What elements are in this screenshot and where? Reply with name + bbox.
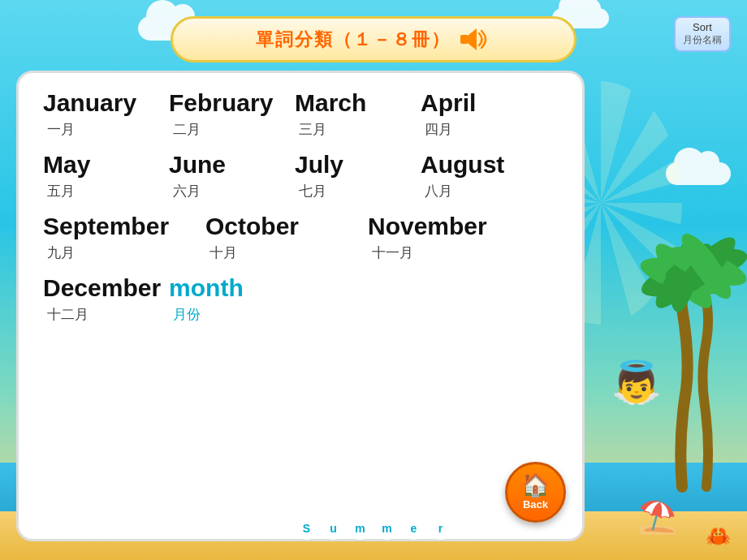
speaker-icon[interactable]: [459, 25, 491, 54]
months-row-1-cn: 一月 二月 三月 四月: [43, 120, 558, 139]
months-row-2-cn: 五月 六月 七月 八月: [43, 182, 558, 200]
month-cn-april: 四月: [425, 120, 551, 139]
months-row-4-en: December month: [43, 274, 558, 302]
title-text: 單詞分類（１－８冊）: [256, 28, 451, 52]
month-en-november[interactable]: November: [368, 213, 530, 240]
month-en-august[interactable]: August: [421, 151, 546, 179]
letter-s: S: [296, 517, 318, 540]
letter-r: r: [430, 517, 452, 540]
months-row-4-cn: 十二月 月份: [43, 305, 558, 324]
letter-e: e: [403, 517, 425, 540]
month-cn-may: 五月: [47, 182, 173, 200]
months-row-3-en: September October November: [43, 213, 558, 240]
month-cn-october: 十月: [209, 243, 372, 262]
month-cn-august: 八月: [425, 182, 551, 200]
month-cn-july: 七月: [299, 182, 425, 200]
back-house-icon: 🏠: [521, 474, 550, 497]
letter-m2: m: [376, 517, 399, 540]
sort-label: Sort: [682, 21, 723, 33]
sort-sub-label: 月份名稱: [682, 33, 723, 47]
letter-u: u: [322, 517, 345, 540]
sort-panel[interactable]: Sort 月份名稱: [674, 16, 731, 52]
svg-rect-9: [460, 35, 468, 44]
month-cn-june: 六月: [173, 182, 299, 200]
month-cn-december: 十二月: [47, 305, 173, 324]
month-cn-january: 一月: [47, 120, 173, 139]
back-button[interactable]: 🏠 Back: [505, 462, 566, 523]
back-label: Back: [523, 498, 548, 510]
month-en-october[interactable]: October: [205, 213, 368, 240]
bottom-letters: S u m m e r: [296, 517, 452, 540]
month-cn-month: 月份: [173, 305, 299, 324]
title-bar: 單詞分類（１－８冊）: [171, 16, 576, 62]
month-cn-september: 九月: [47, 243, 209, 262]
month-en-month[interactable]: month: [169, 274, 295, 302]
month-en-july[interactable]: July: [295, 151, 421, 179]
month-en-january[interactable]: January: [43, 89, 169, 117]
months-row-3-cn: 九月 十月 十一月: [43, 243, 558, 262]
months-row-1-en: January February March April: [43, 89, 558, 117]
month-en-june[interactable]: June: [169, 151, 295, 179]
month-en-february[interactable]: February: [169, 89, 295, 117]
content-card: January February March April 一月 二月 三月 四月…: [16, 71, 585, 541]
month-en-december[interactable]: December: [43, 274, 169, 302]
month-en-april[interactable]: April: [421, 89, 546, 117]
month-cn-february: 二月: [173, 120, 299, 139]
main-container: Sort 月份名稱 單詞分類（１－８冊） January February Ma…: [16, 16, 731, 544]
month-en-may[interactable]: May: [43, 151, 169, 179]
month-en-march[interactable]: March: [295, 89, 421, 117]
month-cn-march: 三月: [299, 120, 425, 139]
svg-marker-10: [468, 28, 477, 50]
months-row-2-en: May June July August: [43, 151, 558, 179]
month-cn-november: 十一月: [372, 243, 534, 262]
month-en-september[interactable]: September: [43, 213, 205, 240]
letter-m1: m: [349, 517, 372, 540]
